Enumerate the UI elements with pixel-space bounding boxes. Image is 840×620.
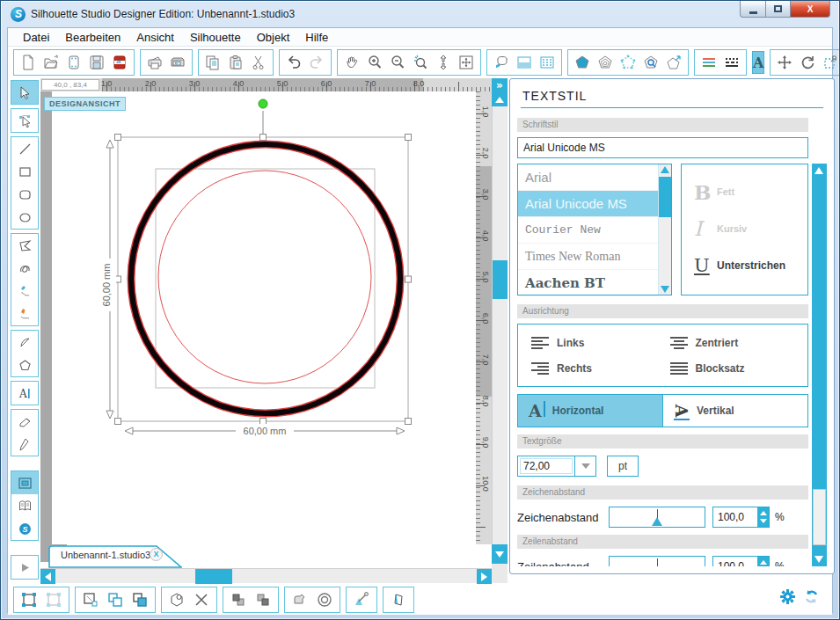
scroll-down-button[interactable]	[492, 544, 508, 564]
inner-circle[interactable]	[158, 171, 371, 383]
offset-style-button[interactable]	[662, 51, 685, 74]
menu-bearbeiten[interactable]: Bearbeiten	[57, 31, 128, 44]
smooth-freehand-tool[interactable]	[11, 303, 38, 325]
align-justify-button[interactable]: Blocksatz	[669, 355, 808, 381]
sync-icon[interactable]	[803, 588, 820, 605]
trace-button[interactable]	[349, 588, 374, 611]
font-list-scroll-thumb[interactable]	[659, 177, 671, 217]
font-list-scrollbar[interactable]	[658, 164, 671, 295]
offset-button[interactable]	[312, 588, 337, 611]
font-list-item-selected[interactable]: Arial Unicode MS	[518, 191, 658, 217]
page-view-button[interactable]	[11, 471, 38, 494]
freehand-tool[interactable]	[11, 280, 38, 303]
ungroup-button[interactable]	[189, 588, 214, 611]
horizontal-scrollbar[interactable]	[40, 568, 492, 583]
char-spacing-slider[interactable]	[609, 507, 705, 528]
cut-button[interactable]	[247, 51, 270, 74]
font-name-field[interactable]	[517, 137, 808, 158]
rectangle-tool[interactable]	[11, 160, 38, 183]
curve-tool[interactable]	[11, 257, 38, 280]
save-button[interactable]	[85, 51, 108, 74]
duplicate-filled-button[interactable]	[128, 588, 152, 611]
font-list-item[interactable]: Courier New	[518, 217, 658, 244]
font-list-item[interactable]: Aachen BT	[518, 270, 658, 296]
panel-scroll-thumb[interactable]	[813, 489, 826, 545]
silhouette-store-button[interactable]: S	[11, 517, 38, 540]
align-right-button[interactable]: Rechts	[530, 355, 669, 381]
text-size-input[interactable]	[518, 456, 574, 476]
menu-ansicht[interactable]: Ansicht	[128, 31, 182, 44]
scroll-up-button[interactable]	[492, 92, 508, 106]
transform-all-button[interactable]	[41, 588, 66, 611]
point-edit-style-button[interactable]	[617, 51, 639, 74]
rotation-handle[interactable]	[259, 99, 267, 108]
scale-button[interactable]	[819, 51, 840, 74]
fill-pattern-button[interactable]	[536, 51, 559, 74]
transform-selected-button[interactable]	[17, 588, 41, 611]
sketch-style-button[interactable]	[639, 51, 662, 74]
open-library-page-button[interactable]	[62, 51, 85, 74]
knife-tool[interactable]	[11, 433, 38, 456]
font-name-input[interactable]	[518, 138, 807, 157]
design-viewport[interactable]: 60,00 mm 60,00 mm DESIGNANSICHT	[40, 91, 476, 544]
fill-color-button[interactable]	[513, 51, 536, 74]
arrow-up-icon[interactable]	[814, 167, 823, 174]
arrow-up-icon[interactable]	[661, 166, 669, 173]
new-document-button[interactable]	[17, 51, 40, 74]
zoom-out-button[interactable]	[386, 51, 409, 74]
maximize-button[interactable]	[766, 1, 791, 18]
ellipse-tool[interactable]	[11, 206, 38, 229]
bold-toggle[interactable]: BFett	[694, 173, 807, 210]
orientation-horizontal-button[interactable]: A Horizontal	[518, 395, 662, 427]
orientation-vertical-button[interactable]: A Vertikal	[662, 395, 807, 427]
slider-handle[interactable]	[652, 517, 662, 526]
select-tool[interactable]	[11, 81, 38, 104]
zoom-in-button[interactable]	[363, 51, 386, 74]
arc-tool[interactable]	[11, 331, 38, 354]
point-edit-tool[interactable]	[11, 109, 38, 132]
font-list[interactable]: Arial Arial Unicode MS Courier New Times…	[517, 164, 672, 295]
print-button[interactable]	[143, 51, 166, 74]
text-size-dropdown[interactable]	[575, 456, 596, 477]
paste-button[interactable]	[224, 51, 247, 74]
rotate-button[interactable]	[796, 51, 819, 74]
arrow-down-icon[interactable]	[814, 556, 823, 563]
menu-silhouette[interactable]: Silhouette	[182, 31, 249, 44]
rounded-rectangle-tool[interactable]	[11, 183, 38, 206]
copy-button[interactable]	[201, 51, 224, 74]
font-list-item[interactable]: Arial	[518, 164, 658, 191]
redo-button[interactable]	[305, 51, 328, 74]
polygon-tool[interactable]	[11, 234, 38, 257]
modify-button[interactable]	[386, 588, 411, 611]
spinner-buttons[interactable]	[757, 557, 769, 566]
font-list-item[interactable]: Times New Roman	[518, 244, 658, 270]
text-size-field[interactable]	[517, 456, 575, 477]
scroll-right-button[interactable]	[477, 569, 492, 584]
panel-scrollbar[interactable]	[812, 164, 827, 566]
minimize-button[interactable]	[740, 1, 766, 18]
outer-circle[interactable]	[131, 144, 400, 413]
char-spacing-field[interactable]: 100,0	[712, 507, 770, 528]
bring-forward-button[interactable]	[226, 588, 251, 611]
document-tab[interactable]: Unbenannt-1.studio3 X	[48, 544, 182, 568]
pan-button[interactable]	[340, 51, 363, 74]
menu-hilfe[interactable]: Hilfe	[297, 31, 336, 44]
italic-toggle[interactable]: IKursiv	[694, 210, 807, 247]
shadow-button[interactable]	[490, 51, 513, 74]
emboss-style-button[interactable]	[594, 51, 617, 74]
preview-play-button[interactable]	[11, 556, 38, 579]
line-spacing-slider[interactable]	[609, 556, 705, 566]
close-button[interactable]: X	[791, 1, 830, 18]
arrow-down-icon[interactable]	[661, 286, 669, 293]
duplicate-button[interactable]	[103, 588, 128, 611]
menu-objekt[interactable]: Objekt	[249, 31, 298, 44]
settings-gear-icon[interactable]	[779, 588, 796, 605]
group-button[interactable]	[164, 588, 189, 611]
open-button[interactable]	[40, 51, 62, 74]
underline-toggle[interactable]: UUnterstrichen	[694, 247, 807, 284]
tab-close-button[interactable]: X	[150, 548, 163, 561]
vertical-scrollbar[interactable]	[492, 106, 508, 544]
text-tool[interactable]: A	[11, 382, 38, 405]
selection-handles[interactable]	[115, 135, 412, 425]
line-color-button[interactable]	[698, 51, 720, 74]
